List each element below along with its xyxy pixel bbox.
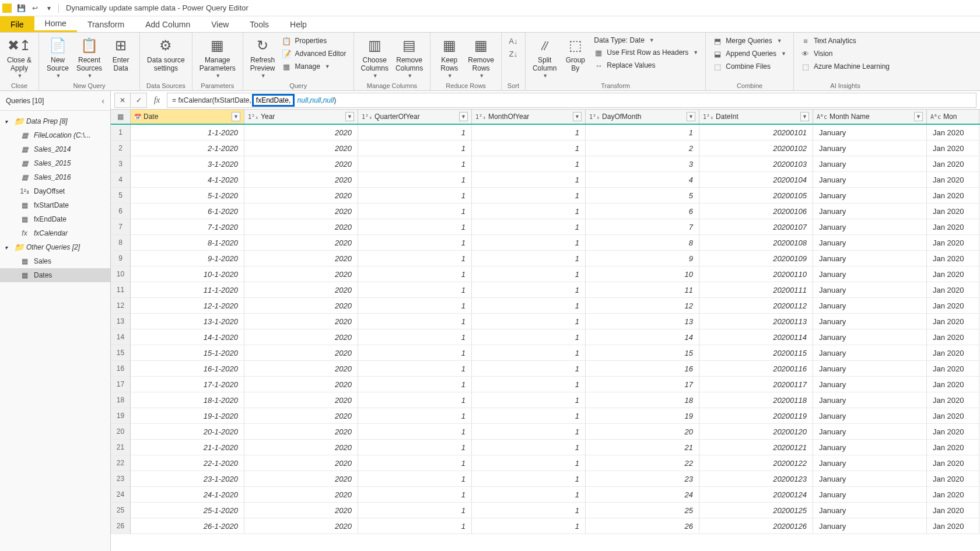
cell-year[interactable]: 2020 <box>244 203 358 219</box>
cell-dateint[interactable]: 20200107 <box>699 219 813 235</box>
table-row[interactable]: 11-1-2020202011120200101JanuaryJan 2020 <box>111 125 980 141</box>
query-item[interactable]: ▦fxEndDate <box>0 212 110 226</box>
cell-qoy[interactable]: 1 <box>358 203 472 219</box>
cell-year[interactable]: 2020 <box>244 518 358 534</box>
cell-date[interactable]: 17-1-2020 <box>131 377 244 392</box>
query-item[interactable]: ▦Dates <box>0 268 110 282</box>
cell-moy[interactable]: 1 <box>472 188 586 203</box>
undo-icon[interactable]: ↩ <box>30 3 40 13</box>
cell-mon[interactable]: Jan 2020 <box>927 203 979 219</box>
query-item[interactable]: ▦Sales <box>0 254 110 268</box>
row-number[interactable]: 23 <box>111 471 131 487</box>
cell-moy[interactable]: 1 <box>472 314 586 329</box>
cell-mon[interactable]: Jan 2020 <box>927 314 979 329</box>
column-header-dateint[interactable]: 1²₃DateInt▼ <box>699 110 813 124</box>
tab-home[interactable]: Home <box>34 16 77 32</box>
cell-mname[interactable]: January <box>813 392 927 408</box>
cell-dom[interactable]: 20 <box>586 424 699 440</box>
table-row[interactable]: 22-1-2020202011220200102JanuaryJan 2020 <box>111 141 980 156</box>
row-number[interactable]: 7 <box>111 219 131 235</box>
cell-dom[interactable]: 3 <box>586 156 699 172</box>
data-source-settings-button[interactable]: ⚙ Data source settings <box>145 35 187 74</box>
cell-mname[interactable]: January <box>813 408 927 424</box>
row-number[interactable]: 11 <box>111 282 131 298</box>
column-header-mon[interactable]: AᴮcMon <box>927 110 979 124</box>
cell-mon[interactable]: Jan 2020 <box>927 156 979 172</box>
cell-date[interactable]: 22-1-2020 <box>131 455 244 471</box>
row-number[interactable]: 26 <box>111 518 131 534</box>
cell-mname[interactable]: January <box>813 345 927 361</box>
cell-year[interactable]: 2020 <box>244 329 358 345</box>
cell-date[interactable]: 12-1-2020 <box>131 298 244 314</box>
cell-moy[interactable]: 1 <box>472 487 586 503</box>
cell-year[interactable]: 2020 <box>244 440 358 455</box>
cell-dateint[interactable]: 20200106 <box>699 203 813 219</box>
cell-year[interactable]: 2020 <box>244 235 358 251</box>
query-item[interactable]: ▦fxStartDate <box>0 198 110 212</box>
cell-dateint[interactable]: 20200118 <box>699 392 813 408</box>
cell-dom[interactable]: 9 <box>586 251 699 266</box>
cell-moy[interactable]: 1 <box>472 518 586 534</box>
cell-dom[interactable]: 2 <box>586 141 699 156</box>
cancel-formula-button[interactable]: ✕ <box>114 93 131 108</box>
cell-dateint[interactable]: 20200109 <box>699 251 813 266</box>
cell-mname[interactable]: January <box>813 487 927 503</box>
cell-dom[interactable]: 13 <box>586 314 699 329</box>
cell-dom[interactable]: 14 <box>586 329 699 345</box>
commit-formula-button[interactable]: ✓ <box>131 93 147 108</box>
cell-dom[interactable]: 19 <box>586 408 699 424</box>
row-number[interactable]: 15 <box>111 345 131 361</box>
cell-date[interactable]: 10-1-2020 <box>131 266 244 282</box>
row-number[interactable]: 14 <box>111 329 131 345</box>
cell-mname[interactable]: January <box>813 156 927 172</box>
cell-qoy[interactable]: 1 <box>358 471 472 487</box>
cell-qoy[interactable]: 1 <box>358 282 472 298</box>
cell-year[interactable]: 2020 <box>244 298 358 314</box>
column-header-dom[interactable]: 1²₃DayOfMonth▼ <box>586 110 699 124</box>
cell-date[interactable]: 25-1-2020 <box>131 503 244 518</box>
table-row[interactable]: 55-1-2020202011520200105JanuaryJan 2020 <box>111 188 980 203</box>
row-number[interactable]: 9 <box>111 251 131 266</box>
cell-year[interactable]: 2020 <box>244 392 358 408</box>
cell-mon[interactable]: Jan 2020 <box>927 518 979 534</box>
first-row-headers-button[interactable]: ▦Use First Row as Headers▼ <box>592 47 701 58</box>
formula-input[interactable]: = fxCalendar(fxStartDate, fxEndDate, nul… <box>167 93 977 108</box>
table-row[interactable]: 2222-1-20202020112220200122JanuaryJan 20… <box>111 455 980 471</box>
cell-moy[interactable]: 1 <box>472 377 586 392</box>
cell-year[interactable]: 2020 <box>244 141 358 156</box>
enter-data-button[interactable]: ⊞ Enter Data <box>107 35 135 74</box>
cell-mon[interactable]: Jan 2020 <box>927 392 979 408</box>
row-number[interactable]: 8 <box>111 235 131 251</box>
sort-desc-button[interactable]: Z↓ <box>506 48 520 59</box>
table-row[interactable]: 2323-1-20202020112320200123JanuaryJan 20… <box>111 471 980 487</box>
cell-year[interactable]: 2020 <box>244 266 358 282</box>
cell-dom[interactable]: 25 <box>586 503 699 518</box>
cell-mname[interactable]: January <box>813 314 927 329</box>
properties-button[interactable]: 📋Properties <box>279 35 348 47</box>
cell-dateint[interactable]: 20200114 <box>699 329 813 345</box>
cell-qoy[interactable]: 1 <box>358 141 472 156</box>
cell-qoy[interactable]: 1 <box>358 314 472 329</box>
tab-view[interactable]: View <box>201 16 239 32</box>
cell-qoy[interactable]: 1 <box>358 235 472 251</box>
merge-queries-button[interactable]: ⬒Merge Queries▼ <box>710 35 789 47</box>
new-source-button[interactable]: 📄 New Source ▼ <box>44 35 72 80</box>
cell-qoy[interactable]: 1 <box>358 440 472 455</box>
cell-mname[interactable]: January <box>813 203 927 219</box>
azure-ml-button[interactable]: ⬚Azure Machine Learning <box>799 61 892 72</box>
cell-date[interactable]: 4-1-2020 <box>131 172 244 188</box>
table-row[interactable]: 2424-1-20202020112420200124JanuaryJan 20… <box>111 487 980 503</box>
column-header-moy[interactable]: 1²₃MonthOfYear▼ <box>472 110 586 124</box>
cell-mname[interactable]: January <box>813 141 927 156</box>
row-number[interactable]: 18 <box>111 392 131 408</box>
cell-year[interactable]: 2020 <box>244 314 358 329</box>
cell-qoy[interactable]: 1 <box>358 125 472 141</box>
cell-dateint[interactable]: 20200104 <box>699 172 813 188</box>
cell-qoy[interactable]: 1 <box>358 266 472 282</box>
cell-qoy[interactable]: 1 <box>358 424 472 440</box>
column-header-year[interactable]: 1²₃Year▼ <box>244 110 358 124</box>
table-row[interactable]: 1010-1-20202020111020200110JanuaryJan 20… <box>111 266 980 282</box>
cell-qoy[interactable]: 1 <box>358 518 472 534</box>
cell-moy[interactable]: 1 <box>472 455 586 471</box>
cell-dateint[interactable]: 20200119 <box>699 408 813 424</box>
